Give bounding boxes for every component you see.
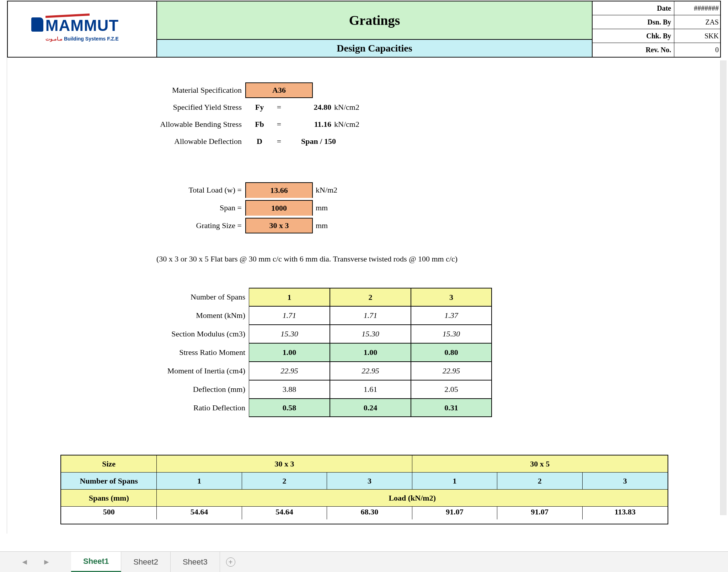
load-value: 113.83 — [583, 507, 668, 519]
row-label: Stress Ratio Moment — [107, 343, 249, 362]
meta-key: Date — [593, 1, 674, 15]
load-value: 54.64 — [242, 507, 327, 519]
table-cell: 2 — [330, 288, 411, 306]
spec-value: Span / 150 — [284, 137, 355, 146]
grating-size-input[interactable]: 30 x 3 — [245, 218, 313, 233]
add-sheet-button[interactable]: + — [220, 557, 241, 567]
input-label: Grating Size = — [107, 221, 245, 230]
table-cell: 22.95 — [249, 362, 330, 380]
row-label: Ratio Deflection — [107, 399, 249, 417]
table-cell: 0.24 — [330, 399, 411, 417]
input-label: Total Load (w) = — [107, 185, 245, 195]
material-spec-input[interactable]: A36 — [245, 82, 313, 98]
meta-value: ####### — [674, 1, 721, 15]
load-value: 68.30 — [327, 507, 412, 519]
meta-key: Dsn. By — [593, 15, 674, 29]
tab-nav-right-icon[interactable]: ► — [43, 557, 50, 567]
equals-sign: = — [274, 137, 284, 146]
plus-icon: + — [226, 557, 235, 567]
row-label: Number of Spans — [107, 288, 249, 306]
spec-block: Material Specification A36 Specified Yie… — [107, 82, 498, 150]
table-cell: 22.95 — [330, 362, 411, 380]
span-value: 500 — [61, 507, 157, 519]
spec-unit: kN/cm2 — [334, 120, 377, 129]
page-subtitle: Design Capacities — [157, 40, 593, 57]
logo-wordmark: MAMMUT — [46, 17, 119, 34]
spec-symbol: Fy — [245, 103, 274, 112]
input-unit: kN/m2 — [313, 185, 355, 195]
table-cell: 0.80 — [411, 343, 492, 362]
table-cell: 15.30 — [411, 325, 492, 343]
table-cell: 22.95 — [411, 362, 492, 380]
logo: MAMMUT مـامـوت Building Systems F.Z.E — [8, 1, 157, 57]
table-cell: 0.31 — [411, 399, 492, 417]
page-title: Gratings — [157, 1, 593, 40]
load-header: Load (kN/m2) — [157, 490, 668, 507]
load-table: Size 30 x 3 30 x 5 Number of Spans 1 2 3… — [60, 455, 668, 524]
spec-unit: kN/cm2 — [334, 103, 377, 112]
table-cell: 15.30 — [330, 325, 411, 343]
load-value: 54.64 — [157, 507, 242, 519]
tab-sheet2[interactable]: Sheet2 — [121, 552, 171, 572]
vertical-scrollbar[interactable] — [720, 60, 727, 515]
spec-value: 24.80 — [284, 103, 334, 112]
equals-sign: = — [274, 120, 284, 129]
spec-label: Allowable Deflection — [107, 137, 245, 146]
sheet-tabs-bar: ◄ ► Sheet1 Sheet2 Sheet3 + — [0, 551, 728, 572]
size-header: Size — [61, 455, 157, 473]
input-label: Span = — [107, 203, 245, 212]
load-value: 91.07 — [412, 507, 497, 519]
equals-sign: = — [274, 103, 284, 112]
input-unit: mm — [313, 221, 355, 230]
size-group: 30 x 3 — [157, 455, 412, 473]
meta-value: 0 — [674, 43, 721, 57]
nspans-cell: 3 — [327, 473, 412, 490]
meta-value: SKK — [674, 29, 721, 43]
table-cell: 15.30 — [249, 325, 330, 343]
total-load-input[interactable]: 13.66 — [245, 182, 313, 198]
spec-symbol: Fb — [245, 120, 274, 129]
tab-sheet3[interactable]: Sheet3 — [171, 552, 220, 572]
load-value: 91.07 — [497, 507, 582, 519]
nspans-cell: 1 — [157, 473, 242, 490]
logo-subtitle: مـامـوت Building Systems F.Z.E — [46, 36, 119, 42]
table-cell: 1.00 — [330, 343, 411, 362]
spansmm-header: Spans (mm) — [61, 490, 157, 507]
meta-key: Rev. No. — [593, 43, 674, 57]
spec-value: 11.16 — [284, 120, 334, 129]
table-cell: 1.37 — [411, 306, 492, 325]
nspans-cell: 2 — [497, 473, 582, 490]
meta-key: Chk. By — [593, 29, 674, 43]
meta-value: ZAS — [674, 15, 721, 29]
row-label: Section Modulus (cm3) — [107, 325, 249, 343]
nspans-cell: 2 — [242, 473, 327, 490]
spec-label: Specified Yield Stress — [107, 103, 245, 112]
meta-block: Date####### Dsn. ByZAS Chk. BySKK Rev. N… — [593, 1, 721, 57]
nspans-cell: 1 — [412, 473, 497, 490]
input-unit: mm — [313, 203, 355, 212]
inputs-block: Total Load (w) = 13.66 kN/m2 Span = 1000… — [107, 181, 427, 234]
table-cell: 1.61 — [330, 380, 411, 399]
table-cell: 1.71 — [330, 306, 411, 325]
nspans-header: Number of Spans — [61, 473, 157, 490]
nspans-cell: 3 — [583, 473, 668, 490]
row-label: Moment (kNm) — [107, 306, 249, 325]
header: MAMMUT مـامـوت Building Systems F.Z.E Gr… — [7, 1, 721, 58]
size-group: 30 x 5 — [412, 455, 668, 473]
table-cell: 1 — [249, 288, 330, 306]
table-cell: 3 — [411, 288, 492, 306]
span-input[interactable]: 1000 — [245, 200, 313, 216]
table-cell: 0.58 — [249, 399, 330, 417]
tab-nav-left-icon[interactable]: ◄ — [21, 557, 28, 567]
row-label: Deflection (mm) — [107, 380, 249, 399]
tab-sheet1[interactable]: Sheet1 — [71, 552, 121, 572]
spec-label: Allowable Bending Stress — [107, 120, 245, 129]
spec-symbol: D — [245, 137, 274, 146]
table-cell: 1.71 — [249, 306, 330, 325]
table-cell: 2.05 — [411, 380, 492, 399]
row-gutter — [0, 0, 7, 534]
grating-note: (30 x 3 or 30 x 5 Flat bars @ 30 mm c/c … — [156, 254, 457, 264]
table-cell: 3.88 — [249, 380, 330, 399]
spec-label: Material Specification — [107, 86, 245, 95]
table-cell: 1.00 — [249, 343, 330, 362]
